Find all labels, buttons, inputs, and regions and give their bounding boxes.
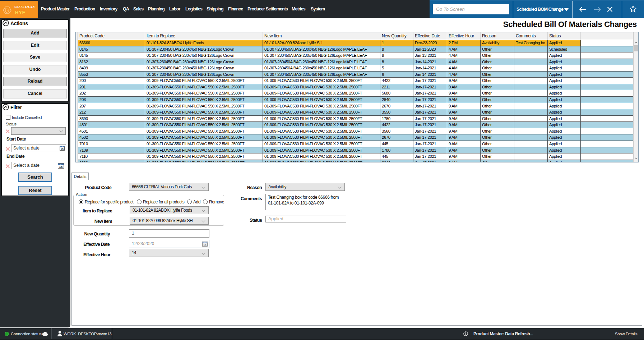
svg-text:15: 15	[61, 147, 64, 151]
svg-text:15: 15	[203, 243, 207, 247]
svg-text:15: 15	[59, 165, 62, 169]
